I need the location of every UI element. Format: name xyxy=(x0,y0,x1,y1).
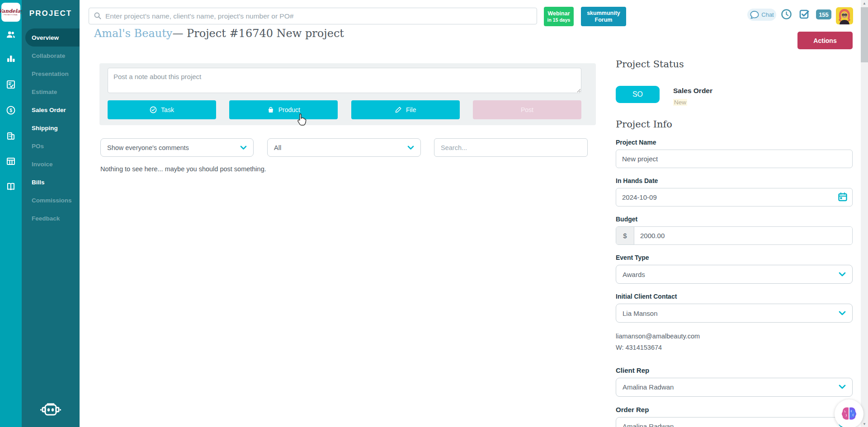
client-name-link[interactable]: Amal's Beauty xyxy=(94,27,172,40)
project-name-label: Project Name xyxy=(616,139,853,146)
project-sidebar: PROJECT Overview Collaborate Presentatio… xyxy=(22,0,80,427)
sidebar-item-pos[interactable]: POs xyxy=(22,137,80,155)
sidebar-item-feedback[interactable]: Feedback xyxy=(22,209,80,227)
svg-text:$: $ xyxy=(9,108,12,113)
company-logo[interactable]: Vandelay PROMOTIONAL xyxy=(1,3,20,22)
contact-phone: W: 4314153674 xyxy=(616,342,853,353)
add-product-button[interactable]: Product xyxy=(229,100,338,119)
event-type-label: Event Type xyxy=(616,254,853,261)
sidebar-item-presentation[interactable]: Presentation xyxy=(22,65,80,83)
icon-rail: Vandelay PROMOTIONAL $ xyxy=(0,0,22,427)
note-textarea[interactable] xyxy=(108,68,581,93)
order-list-icon[interactable] xyxy=(5,79,16,90)
sidebar-title: PROJECT xyxy=(22,9,80,18)
main-content: Webinar in 15 days skummunity Forum Chat… xyxy=(80,0,868,427)
initial-client-contact-select[interactable]: Lia Manson xyxy=(616,304,853,323)
global-search-input[interactable] xyxy=(89,8,537,24)
initial-client-contact-label: Initial Client Contact xyxy=(616,293,853,300)
project-status-heading: Project Status xyxy=(616,59,853,70)
actions-button[interactable]: Actions xyxy=(797,32,853,49)
calendar-icon[interactable] xyxy=(838,192,848,202)
client-rep-label: Client Rep xyxy=(616,366,853,374)
chat-bubble-icon xyxy=(750,10,760,19)
robot-icon[interactable] xyxy=(22,401,80,420)
type-filter-dropdown[interactable]: All xyxy=(267,138,421,157)
add-task-button[interactable]: Task xyxy=(108,100,216,119)
page-title: Amal's Beauty— Project #16740 New projec… xyxy=(94,27,344,40)
bar-chart-icon[interactable] xyxy=(5,53,16,64)
task-checkbox-icon[interactable] xyxy=(799,9,810,22)
sidebar-item-overview[interactable]: Overview xyxy=(25,28,80,47)
order-rep-select[interactable]: Amalina Radwan xyxy=(616,417,853,427)
in-hands-date-label: In Hands Date xyxy=(616,177,853,184)
notification-count-badge[interactable]: 155 xyxy=(816,9,831,19)
global-search xyxy=(89,8,537,24)
users-icon[interactable] xyxy=(5,29,16,40)
post-button[interactable]: Post xyxy=(473,100,581,119)
status-row: SO Sales Order New xyxy=(616,86,853,106)
project-page: Vandelay PROMOTIONAL $ PROJECT Overview xyxy=(0,0,868,427)
scrollbar-thumb[interactable] xyxy=(861,7,868,62)
sales-order-badge[interactable]: SO xyxy=(616,86,660,103)
project-title: Project #16740 New project xyxy=(187,27,344,40)
forum-button[interactable]: skummunity Forum xyxy=(581,7,626,26)
sidebar-item-shipping[interactable]: Shipping xyxy=(22,119,80,137)
project-name-input[interactable] xyxy=(616,150,853,168)
sidebar-item-commissions[interactable]: Commissions xyxy=(22,191,80,209)
title-dash: — xyxy=(172,27,183,40)
clock-icon[interactable] xyxy=(781,9,792,22)
client-rep-select[interactable]: Amalina Radwan xyxy=(616,378,853,397)
feed-search-input[interactable] xyxy=(434,138,588,157)
assistant-widget[interactable] xyxy=(835,399,863,427)
sidebar-item-estimate[interactable]: Estimate xyxy=(22,83,80,101)
currency-prefix: $ xyxy=(616,227,634,244)
chevron-down-icon xyxy=(839,310,846,317)
dollar-circle-icon[interactable]: $ xyxy=(5,105,16,116)
scroll-up-arrow[interactable]: ▲ xyxy=(861,0,868,6)
chevron-down-icon xyxy=(240,144,247,151)
empty-feed-message: Nothing to see here... maybe you should … xyxy=(100,165,266,173)
pencil-icon xyxy=(395,106,402,113)
webinar-button[interactable]: Webinar in 15 days xyxy=(544,7,574,26)
sidebar-item-sales-order[interactable]: Sales Order xyxy=(22,101,80,119)
project-info-panel: Project Status SO Sales Order New Projec… xyxy=(616,59,853,427)
sidebar-item-invoice[interactable]: Invoice xyxy=(22,155,80,173)
logo-tagline: PROMOTIONAL xyxy=(4,14,18,16)
in-hands-date-field xyxy=(616,188,853,206)
search-icon xyxy=(94,12,102,22)
user-avatar[interactable] xyxy=(836,7,853,24)
note-composer: Task Product File Post xyxy=(99,63,596,125)
project-nav: Overview Collaborate Presentation Estima… xyxy=(22,28,80,227)
order-rep-label: Order Rep xyxy=(616,406,853,413)
contact-email: liamanson@amalbeauty.com xyxy=(616,331,853,342)
sidebar-item-bills[interactable]: Bills xyxy=(22,173,80,191)
book-icon[interactable] xyxy=(5,181,16,192)
project-info-heading: Project Info xyxy=(616,119,853,130)
shopping-bag-icon xyxy=(267,106,274,113)
chevron-down-icon xyxy=(407,144,414,151)
scroll-down-arrow[interactable]: ▼ xyxy=(861,421,868,427)
company-icon[interactable] xyxy=(5,131,16,141)
logo-text: Vandelay xyxy=(0,9,24,14)
table-icon[interactable] xyxy=(5,156,16,167)
budget-field: $ xyxy=(616,226,853,245)
brain-icon xyxy=(840,406,858,422)
chat-button[interactable]: Chat xyxy=(747,9,776,21)
stage-status[interactable]: New xyxy=(673,99,687,106)
page-scrollbar[interactable]: ▲ ▼ xyxy=(861,0,868,427)
budget-label: Budget xyxy=(616,216,853,223)
budget-input[interactable] xyxy=(634,227,852,244)
stage-name: Sales Order xyxy=(673,87,712,95)
task-check-icon xyxy=(150,106,157,113)
contact-details: liamanson@amalbeauty.com W: 4314153674 xyxy=(616,331,853,354)
add-file-button[interactable]: File xyxy=(351,100,460,119)
chevron-down-icon xyxy=(839,383,846,391)
composer-buttons: Task Product File Post xyxy=(108,100,581,119)
event-type-select[interactable]: Awards xyxy=(616,265,853,284)
in-hands-date-input[interactable] xyxy=(616,188,853,206)
chevron-down-icon xyxy=(839,271,846,278)
sidebar-item-collaborate[interactable]: Collaborate xyxy=(22,47,80,65)
comments-filter-dropdown[interactable]: Show everyone's comments xyxy=(100,138,254,157)
